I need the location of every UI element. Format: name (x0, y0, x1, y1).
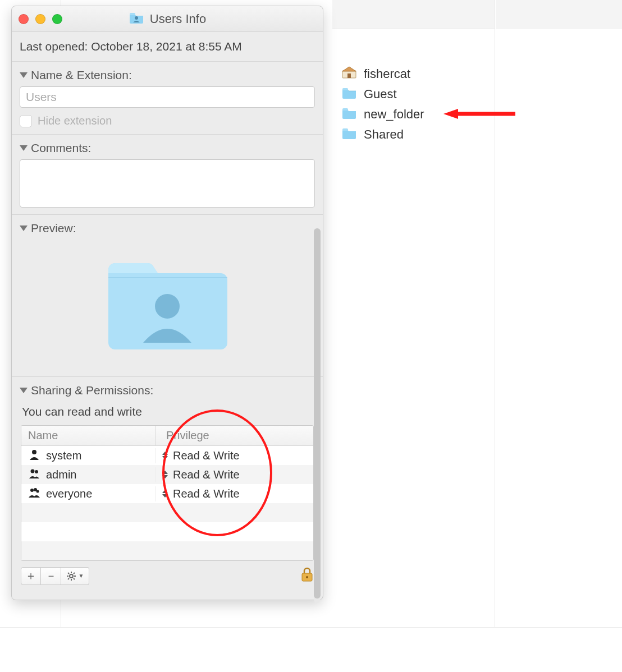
perm-name: system (46, 449, 81, 462)
folder-icon (341, 127, 357, 142)
column-header-privilege[interactable]: Privilege (156, 426, 313, 445)
finder-toolbar-strip (332, 0, 495, 29)
svg-marker-4 (443, 109, 458, 119)
perm-name: everyone (46, 487, 92, 500)
users-folder-large-icon (103, 253, 232, 354)
permissions-body: system Read & Write (21, 446, 313, 560)
svg-point-6 (155, 294, 180, 319)
perm-name: admin (46, 468, 76, 481)
svg-line-21 (74, 573, 75, 574)
lock-icon[interactable] (300, 567, 314, 585)
table-row-empty (21, 541, 313, 560)
svg-point-13 (70, 574, 73, 578)
permissions-header: Name Privilege (21, 426, 313, 446)
finder-list: fishercat Guest new_folder (332, 29, 495, 145)
disclosure-triangle-icon (20, 225, 28, 231)
last-opened-label: Last opened: (20, 40, 88, 53)
finder-item-label: fishercat (364, 67, 410, 81)
table-row[interactable]: admin Read & Write (21, 465, 313, 484)
table-row-empty (21, 522, 313, 541)
section-sharing: Sharing & Permissions: You can read and … (12, 377, 323, 600)
titlebar[interactable]: Users Info (12, 6, 323, 32)
finder-item-label: new_folder (364, 107, 424, 122)
person-icon (28, 448, 40, 463)
hide-extension-checkbox (20, 115, 32, 127)
action-menu-button[interactable]: ▼ (61, 567, 89, 585)
section-preview: Preview: (12, 215, 323, 377)
traffic-lights (19, 14, 62, 24)
svg-line-18 (68, 573, 69, 574)
finder-column: fishercat Guest new_folder (332, 0, 495, 627)
permissions-toolbar: ＋ － ▼ (21, 567, 314, 585)
last-opened-value: October 18, 2021 at 8:55 AM (91, 40, 242, 53)
svg-rect-2 (347, 73, 351, 78)
svg-point-10 (30, 489, 34, 492)
section-title: Comments: (31, 141, 91, 155)
close-button[interactable] (19, 14, 29, 24)
section-name-extension: Name & Extension: Hide extension (12, 62, 323, 135)
perm-privilege: Read & Write (173, 487, 240, 500)
svg-point-23 (306, 576, 308, 578)
svg-point-12 (36, 490, 39, 493)
svg-line-19 (74, 578, 75, 579)
bottom-divider (0, 627, 622, 628)
svg-point-9 (35, 470, 38, 473)
stepper-icon[interactable] (161, 450, 170, 461)
add-user-button[interactable]: ＋ (21, 567, 41, 585)
minimize-button[interactable] (35, 14, 45, 24)
perm-privilege: Read & Write (173, 449, 240, 462)
hide-extension-label: Hide extension (38, 114, 112, 127)
perm-privilege: Read & Write (173, 468, 240, 481)
svg-point-7 (32, 450, 36, 454)
home-icon (341, 66, 357, 82)
get-info-window: Users Info Last opened: October 18, 2021… (11, 6, 323, 600)
svg-line-20 (68, 578, 69, 579)
svg-point-8 (31, 469, 35, 473)
svg-point-5 (135, 16, 138, 20)
table-row-empty (21, 503, 313, 522)
sharing-note: You can read and write (20, 402, 315, 425)
permissions-table: Name Privilege system Read & Write (21, 425, 314, 561)
section-header-name-extension[interactable]: Name & Extension: (20, 66, 315, 86)
finder-item-guest[interactable]: Guest (339, 84, 488, 104)
finder-item-shared[interactable]: Shared (339, 125, 488, 145)
group-icon (28, 486, 40, 501)
gear-icon (66, 571, 76, 581)
finder-toolbar-remainder (496, 0, 622, 29)
hide-extension-row: Hide extension (20, 114, 315, 127)
disclosure-triangle-icon (20, 72, 28, 78)
annotation-arrow-icon (443, 108, 516, 120)
chevron-down-icon: ▼ (79, 573, 84, 579)
comments-input[interactable] (20, 159, 315, 208)
zoom-button[interactable] (52, 14, 62, 24)
scrollbar-thumb[interactable] (314, 228, 321, 599)
name-input[interactable] (20, 86, 315, 108)
table-row[interactable]: system Read & Write (21, 446, 313, 465)
section-comments: Comments: (12, 135, 323, 215)
finder-item-label: Guest (364, 87, 397, 102)
table-row[interactable]: everyone Read & Write (21, 484, 313, 503)
column-header-name[interactable]: Name (21, 426, 156, 445)
folder-icon (341, 86, 357, 102)
remove-user-button[interactable]: － (41, 567, 61, 585)
finder-item-fishercat[interactable]: fishercat (339, 64, 488, 84)
section-header-sharing[interactable]: Sharing & Permissions: (20, 381, 315, 402)
section-title: Name & Extension: (31, 68, 132, 82)
section-title: Sharing & Permissions: (31, 384, 153, 397)
preview-area (20, 240, 315, 370)
users-folder-icon (129, 11, 144, 27)
disclosure-triangle-icon (20, 388, 28, 393)
section-title: Preview: (31, 222, 76, 235)
stepper-icon[interactable] (161, 488, 170, 499)
group-icon (28, 467, 40, 482)
section-header-comments[interactable]: Comments: (20, 139, 315, 159)
folder-icon (341, 107, 357, 122)
svg-marker-1 (342, 67, 356, 71)
scrollbar[interactable] (314, 228, 321, 603)
section-header-preview[interactable]: Preview: (20, 219, 315, 240)
finder-item-label: Shared (364, 127, 404, 142)
disclosure-triangle-icon (20, 145, 28, 151)
last-opened-row: Last opened: October 18, 2021 at 8:55 AM (12, 32, 323, 62)
stepper-icon[interactable] (161, 469, 170, 480)
